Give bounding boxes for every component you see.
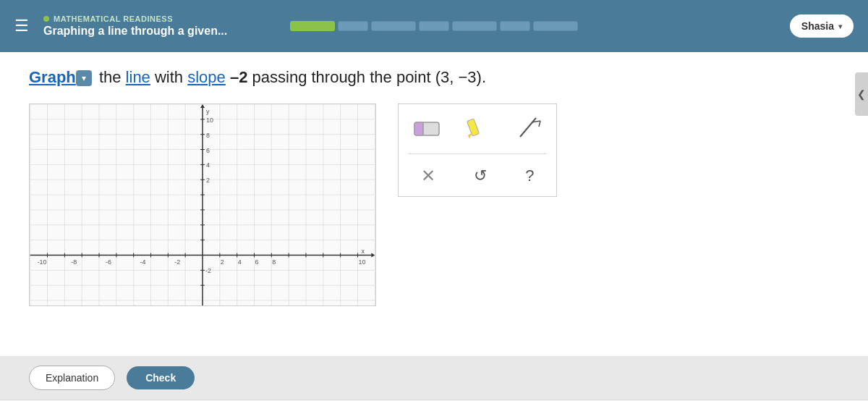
- bottom-bar: Explanation Check: [0, 356, 868, 400]
- svg-line-94: [539, 121, 540, 127]
- progress-bar: [290, 21, 578, 31]
- svg-text:-8: -8: [71, 258, 77, 266]
- svg-text:10: 10: [358, 258, 365, 266]
- tools-row-top: [409, 114, 546, 142]
- line-tool[interactable]: [510, 114, 546, 142]
- undo-tool[interactable]: ↺: [474, 166, 487, 185]
- svg-text:-2: -2: [205, 267, 211, 274]
- slope-value: –2: [230, 68, 252, 86]
- progress-segment-2: [338, 21, 368, 31]
- svg-marker-90: [468, 132, 472, 138]
- graph-container[interactable]: -10 -8 -6 -4 -2 2 4 6 8 10 x y 10 8 6 4 …: [29, 104, 376, 306]
- eraser-tool[interactable]: [409, 114, 445, 142]
- svg-text:4: 4: [206, 161, 210, 169]
- svg-text:-6: -6: [106, 258, 111, 266]
- svg-text:2: 2: [206, 177, 210, 184]
- tools-panel: ✕ ↺ ?: [398, 104, 557, 197]
- svg-text:8: 8: [272, 258, 276, 266]
- svg-text:-2: -2: [174, 258, 180, 266]
- svg-text:4: 4: [238, 258, 242, 266]
- tool-divider: [409, 153, 546, 154]
- svg-text:-10: -10: [38, 258, 47, 266]
- question-text: Graph▾ the line with slope –2 passing th…: [29, 67, 486, 89]
- check-button[interactable]: Check: [127, 366, 195, 389]
- svg-text:6: 6: [206, 146, 210, 153]
- collapse-tab[interactable]: ❮: [855, 72, 868, 116]
- svg-line-92: [520, 118, 536, 137]
- progress-segment-6: [500, 21, 530, 31]
- header: ☰ MATHEMATICAL READINESS Graphing a line…: [0, 0, 868, 52]
- main-content: Graph▾ the line with slope –2 passing th…: [0, 52, 868, 356]
- chevron-down-icon: ▾: [838, 22, 842, 30]
- slope-link[interactable]: slope: [187, 68, 226, 86]
- user-menu[interactable]: Shasia ▾: [790, 14, 854, 38]
- pencil-tool[interactable]: [459, 114, 495, 142]
- tools-row-bottom: ✕ ↺ ?: [409, 166, 546, 186]
- svg-marker-36: [371, 253, 375, 257]
- header-lesson: Graphing a line through a given...: [43, 25, 227, 38]
- user-name: Shasia: [801, 20, 834, 32]
- point-value: (3, −3).: [435, 68, 486, 86]
- header-subject: MATHEMATICAL READINESS: [43, 14, 227, 23]
- progress-segment-5: [452, 21, 497, 31]
- subject-dot-icon: [43, 16, 49, 22]
- svg-text:2: 2: [221, 258, 224, 266]
- progress-segment-7: [533, 21, 578, 31]
- progress-segment-1: [290, 21, 335, 31]
- menu-icon[interactable]: ☰: [14, 17, 29, 35]
- line-link[interactable]: line: [126, 68, 150, 86]
- svg-marker-38: [200, 104, 205, 108]
- dropdown-arrow[interactable]: ▾: [76, 70, 92, 86]
- svg-rect-89: [467, 119, 480, 136]
- header-title-block: MATHEMATICAL READINESS Graphing a line t…: [43, 14, 227, 38]
- content-area: -10 -8 -6 -4 -2 2 4 6 8 10 x y 10 8 6 4 …: [29, 104, 839, 306]
- svg-text:-4: -4: [140, 258, 146, 266]
- explanation-button[interactable]: Explanation: [29, 366, 115, 390]
- svg-text:x: x: [361, 247, 365, 254]
- svg-text:8: 8: [206, 131, 210, 138]
- delete-tool[interactable]: ✕: [421, 166, 435, 186]
- collapse-icon: ❮: [857, 88, 866, 100]
- progress-segment-4: [419, 21, 449, 31]
- graph-link[interactable]: Graph: [29, 68, 76, 86]
- svg-text:y: y: [206, 108, 210, 115]
- svg-rect-87: [414, 122, 423, 135]
- help-tool[interactable]: ?: [525, 166, 534, 185]
- question-row: Graph▾ the line with slope –2 passing th…: [29, 67, 839, 89]
- graph-svg[interactable]: -10 -8 -6 -4 -2 2 4 6 8 10 x y 10 8 6 4 …: [30, 104, 375, 305]
- svg-text:6: 6: [255, 258, 258, 266]
- progress-segment-3: [371, 21, 416, 31]
- svg-text:10: 10: [206, 117, 213, 124]
